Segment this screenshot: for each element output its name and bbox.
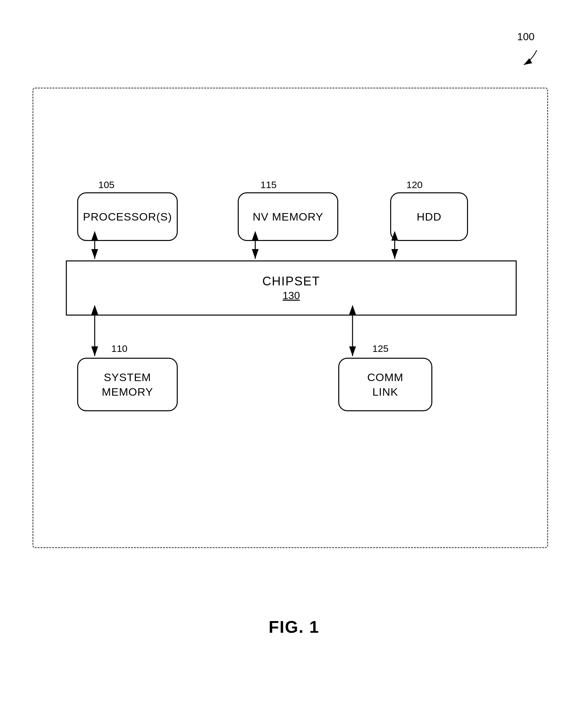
chipset-label: CHIPSET xyxy=(262,274,320,288)
ref-120-label: 120 xyxy=(406,179,422,190)
processor-box: PROCESSOR(S) xyxy=(77,192,178,241)
hdd-label: HDD xyxy=(417,209,442,224)
page: 100 PROCESSOR(S) NV MEMORY HDD CHIPSET 1… xyxy=(0,0,588,708)
ref-105-label: 105 xyxy=(98,179,115,190)
nv-memory-box: NV MEMORY xyxy=(238,192,338,241)
hdd-box: HDD xyxy=(390,192,468,241)
system-boundary-box: PROCESSOR(S) NV MEMORY HDD CHIPSET 130 S… xyxy=(32,88,548,548)
sys-memory-label: SYSTEMMEMORY xyxy=(102,370,153,399)
comm-link-label: COMMLINK xyxy=(367,370,404,399)
fig-label: FIG. 1 xyxy=(268,617,319,637)
ref-115-label: 115 xyxy=(260,179,277,190)
ref-125-label: 125 xyxy=(372,343,388,354)
ref-110-label: 110 xyxy=(111,343,127,354)
nv-memory-label: NV MEMORY xyxy=(253,209,323,224)
sys-memory-box: SYSTEMMEMORY xyxy=(77,358,178,411)
chipset-ref: 130 xyxy=(283,290,300,302)
ref-100-label: 100 xyxy=(517,31,534,43)
processor-label: PROCESSOR(S) xyxy=(83,209,172,224)
chipset-box: CHIPSET 130 xyxy=(66,260,517,316)
comm-link-box: COMMLINK xyxy=(338,358,432,411)
